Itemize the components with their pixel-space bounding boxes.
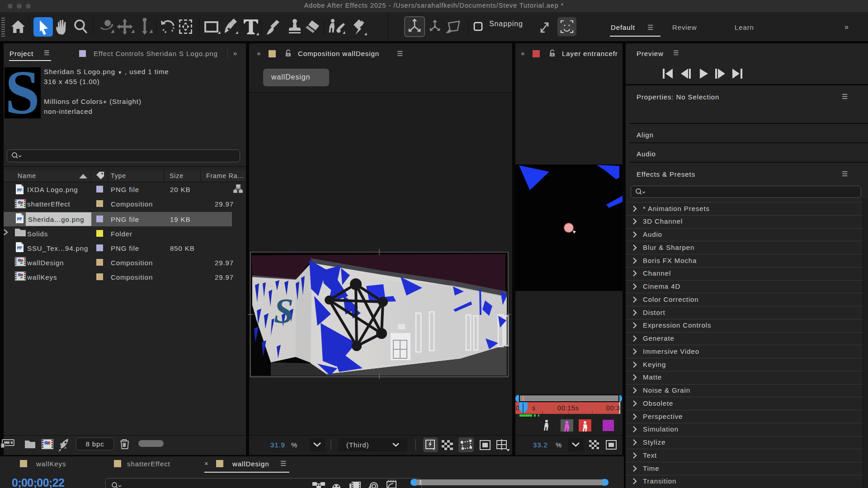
svg-text:8 bpc: 8 bpc	[85, 440, 104, 448]
svg-text:S: S	[5, 58, 40, 127]
